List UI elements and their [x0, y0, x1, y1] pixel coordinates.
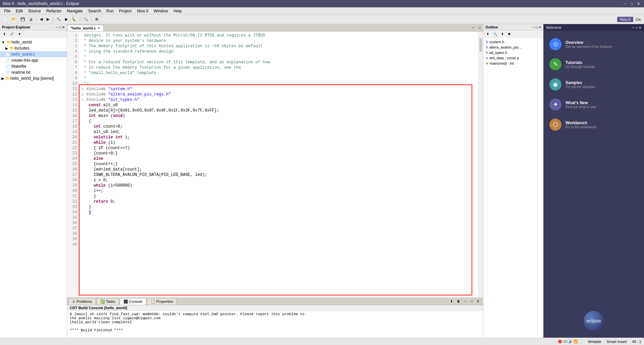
tb-perspective[interactable]: ⊞: [94, 16, 100, 22]
tree-create-this-app[interactable]: 📄 create-this-app: [0, 57, 67, 63]
outline-sort-btn[interactable]: ⬆: [485, 31, 491, 37]
tb-debug[interactable]: 🐛: [70, 16, 78, 22]
tb-new[interactable]: 📄: [1, 16, 9, 22]
status-taskbar-icons: 🔴 ⌨ 🔊 📶 🕐: [558, 340, 582, 343]
tb-sep4: [92, 16, 92, 22]
explorer-menu-btn[interactable]: ▼: [16, 31, 23, 37]
outline-min-icon[interactable]: ─: [532, 25, 535, 29]
whats-new-text: What's New Find out what is new: [566, 100, 596, 109]
nios-perspective[interactable]: Nios II: [617, 17, 633, 22]
project-tree: ▼ 📁 hello_world ▶ 📁 Includes 📄 hello_wor…: [0, 38, 67, 338]
scrollbar-thumb[interactable]: [479, 38, 482, 52]
collapse-all-btn[interactable]: ⬇: [1, 31, 7, 37]
tree-bsp[interactable]: ▶ 📁 hello_world_bsp [kernel]: [0, 75, 67, 81]
code-area[interactable]: designs. It runs with or without the Mic…: [79, 31, 478, 297]
readme-icon: 📄: [5, 70, 10, 75]
tb-save[interactable]: 💾: [19, 16, 27, 22]
console-close[interactable]: ✕: [475, 298, 481, 304]
welcome-min-icon[interactable]: ─: [632, 26, 635, 29]
welcome-samples[interactable]: ◉ Samples Try out the samples: [547, 74, 641, 94]
console-scroll-lock[interactable]: ⬇: [448, 298, 454, 304]
outline-alt-types-h-label: alt_types.h: [489, 51, 507, 55]
welcome-overview[interactable]: ⊙ Overview Get an overview of the featur…: [547, 34, 641, 54]
outline-alt-types-h[interactable]: h alt_types.h: [485, 50, 542, 55]
tb-sep2: [53, 16, 53, 22]
tree-hello-world-c[interactable]: 📄 hello_world.c: [0, 51, 67, 57]
console-clear[interactable]: 🗑: [455, 298, 462, 304]
tb-back[interactable]: ◀: [38, 16, 44, 22]
tutorials-text: Tutorials Go through tutorials: [566, 60, 595, 69]
tab-console[interactable]: ⬛ Console: [120, 298, 146, 305]
menu-niosii[interactable]: Nios II: [134, 8, 151, 14]
maximize-panel-icon[interactable]: □: [59, 25, 61, 29]
close-button[interactable]: ✕: [636, 2, 641, 6]
menu-help[interactable]: Help: [171, 8, 184, 14]
outline-altera-h[interactable]: h altera_avalon_pio...: [485, 45, 542, 50]
tab-tasks[interactable]: ✅ Tasks: [97, 298, 119, 305]
left-panel: Project Explorer ─ □ ✕ ⬇ 🔗 ▼ ▼ 📁 hello_w…: [0, 24, 67, 338]
welcome-close-icon[interactable]: ✕: [639, 26, 641, 29]
vertical-scrollbar[interactable]: [478, 31, 483, 297]
tree-hello-world[interactable]: ▼ 📁 hello_world: [0, 39, 67, 45]
tab-problems[interactable]: ⚠ Problems: [68, 298, 96, 305]
tb-open[interactable]: 📂: [10, 16, 18, 22]
tree-makefile[interactable]: 📄 Makefile: [0, 63, 67, 69]
min-editor-btn[interactable]: ─: [471, 25, 476, 30]
outline-filter-btn[interactable]: 🔍: [491, 31, 499, 37]
tb-forward[interactable]: ▶: [45, 16, 51, 22]
menu-source[interactable]: Source: [25, 8, 44, 14]
menu-file[interactable]: File: [1, 8, 13, 14]
includes-label: Includes: [14, 46, 30, 51]
welcome-max-icon[interactable]: □: [636, 26, 638, 29]
tab-properties[interactable]: 📋 Properties: [147, 298, 177, 305]
tree-includes[interactable]: ▶ 📁 Includes: [0, 45, 67, 51]
whats-new-title: What's New: [566, 100, 596, 105]
outline-link-btn[interactable]: ✱: [506, 31, 512, 37]
whats-new-desc: Find out what is new: [566, 105, 596, 109]
minimize-button[interactable]: ─: [623, 2, 628, 6]
menu-search[interactable]: Search: [86, 8, 104, 14]
menu-window[interactable]: Window: [151, 8, 171, 14]
outline-close-icon[interactable]: ✕: [539, 25, 541, 29]
welcome-workbench[interactable]: ⬡ Workbench Go to the workbench: [547, 115, 641, 135]
menu-refactor[interactable]: Refactor: [44, 8, 64, 14]
readme-label: readme.txt: [11, 70, 31, 75]
menu-project[interactable]: Project: [116, 8, 134, 14]
tb-cpp[interactable]: C/c: [634, 16, 643, 22]
menu-run[interactable]: Run: [104, 8, 116, 14]
outline-main[interactable]: ● main(void) : int: [485, 61, 542, 66]
console-line-3: [hello_world clean complete]: [70, 320, 480, 324]
tb-build[interactable]: 🔨: [55, 16, 63, 22]
outline-system-h[interactable]: h system.h: [485, 39, 542, 45]
tab-label: *hello_world.c: [71, 26, 96, 30]
title-bar: Nios II - hello_world/hello_world.c - Ec…: [0, 0, 644, 7]
editor-tabs: *hello_world.c ✕ ─ □: [67, 24, 483, 31]
maximize-button[interactable]: □: [629, 2, 634, 6]
whats-new-icon: ✦: [549, 98, 561, 111]
welcome-content: ⊙ Overview Get an overview of the featur…: [543, 31, 644, 338]
code-editor[interactable]: 1 2 3 4 5 6 7 8 9 10 11 12 13 14 15 16 1…: [67, 31, 483, 297]
menu-navigate[interactable]: Navigate: [64, 8, 85, 14]
editor-tab-hello-world-c[interactable]: *hello_world.c ✕: [67, 25, 104, 31]
minimize-panel-icon[interactable]: ─: [56, 25, 58, 29]
outline-led-data[interactable]: ● led_data : const a: [485, 55, 542, 61]
outline-collapse-btn[interactable]: ⬇: [499, 31, 505, 37]
console-max[interactable]: □: [469, 298, 474, 304]
tab-close-icon[interactable]: ✕: [97, 26, 100, 30]
max-editor-btn[interactable]: □: [477, 25, 482, 30]
status-right: 🔴 ⌨ 🔊 📶 🕐 Writable Smart Insert 40 : 1: [558, 340, 641, 344]
tb-run[interactable]: ▶: [63, 16, 69, 22]
welcome-tutorials[interactable]: ✎ Tutorials Go through tutorials: [547, 54, 641, 74]
tree-readme[interactable]: 📄 readme.txt: [0, 69, 67, 75]
welcome-whats-new[interactable]: ✦ What's New Find out what is new: [547, 94, 641, 115]
tb-search[interactable]: 🔍: [82, 16, 90, 22]
console-min[interactable]: ─: [463, 298, 468, 304]
link-editor-btn[interactable]: 🔗: [8, 31, 15, 37]
main-icon: ●: [486, 61, 488, 65]
outline-controls: ─ □ ✕: [532, 25, 541, 29]
outline-max-icon[interactable]: □: [536, 25, 538, 29]
menu-edit[interactable]: Edit: [13, 8, 25, 14]
tb-print[interactable]: 🖨: [28, 16, 35, 22]
h-icon-3: h: [486, 51, 488, 55]
close-panel-icon[interactable]: ✕: [62, 25, 65, 29]
